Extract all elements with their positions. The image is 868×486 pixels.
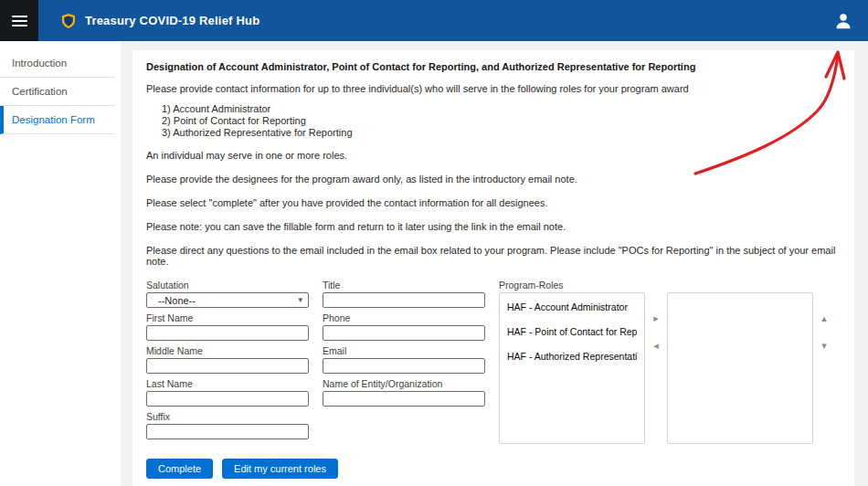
email-label: Email [323, 345, 485, 356]
move-left-icon[interactable]: ◂ [653, 340, 659, 351]
sidebar-item-label: Certification [12, 86, 68, 97]
first-name-field[interactable] [146, 325, 309, 341]
note-text: Please note: you can save the fillable f… [146, 221, 841, 232]
form-actions: Complete Edit my current roles [146, 459, 841, 479]
middle-name-label: Middle Name [146, 345, 309, 356]
form-column-middle: Title Phone Email Name of Entity/Organiz… [323, 280, 485, 444]
move-right-icon[interactable]: ▸ [653, 312, 659, 323]
entity-label: Name of Entity/Organization [323, 378, 485, 389]
form-column-left: Salutation --None-- ▾ First Name Middle … [146, 280, 309, 444]
program-roles-label: Program-Roles [499, 280, 835, 291]
roles-list-item: 2) Point of Contact for Reporting [162, 115, 841, 127]
last-name-field[interactable] [146, 391, 309, 407]
note-text: Please provide the designees for the pro… [146, 174, 841, 185]
move-up-icon[interactable]: ▴ [821, 312, 827, 323]
top-navbar: Treasury COVID-19 Relief Hub [0, 0, 868, 41]
note-text: An individual may serve in one or more r… [146, 150, 841, 161]
contact-form: Salutation --None-- ▾ First Name Middle … [146, 280, 841, 444]
salutation-label: Salutation [146, 280, 309, 291]
sidebar-item-designation-form[interactable]: Designation Form [0, 106, 115, 134]
middle-name-field[interactable] [146, 358, 309, 374]
move-down-icon[interactable]: ▾ [821, 340, 827, 351]
sidebar-item-certification[interactable]: Certification [0, 78, 115, 106]
note-text: Please select "complete" after you have … [146, 197, 841, 208]
selected-roles-listbox[interactable] [667, 292, 813, 444]
move-arrows: ▸ ◂ [645, 292, 667, 351]
first-name-label: First Name [146, 312, 309, 323]
role-option[interactable]: HAF - Point of Contact for Reporting [507, 326, 637, 338]
email-field[interactable] [323, 358, 485, 374]
note-text: Please direct any questions to the email… [146, 245, 841, 267]
menu-icon [12, 16, 27, 17]
app-title: Treasury COVID-19 Relief Hub [85, 14, 259, 27]
sidebar-item-introduction[interactable]: Introduction [0, 49, 115, 78]
suffix-field[interactable] [146, 424, 309, 439]
reorder-arrows: ▴ ▾ [813, 292, 835, 351]
content-card: Designation of Account Administrator, Po… [132, 50, 854, 486]
title-label: Title [323, 280, 485, 291]
page: Treasury COVID-19 Relief Hub Introductio… [0, 0, 868, 486]
hamburger-menu-button[interactable] [0, 0, 38, 41]
roles-list-item: 3) Authorized Representative for Reporti… [162, 127, 841, 139]
user-profile-button[interactable] [833, 11, 853, 31]
salutation-select[interactable]: --None-- ▾ [146, 292, 309, 308]
role-option[interactable]: HAF - Authorized Representative fo... [507, 351, 637, 363]
role-option[interactable]: HAF - Account Administrator [507, 301, 637, 313]
phone-label: Phone [323, 312, 485, 323]
treasury-shield-icon [60, 13, 77, 29]
sidebar-item-label: Designation Form [12, 114, 95, 125]
treasury-logo [60, 13, 77, 29]
complete-button[interactable]: Complete [146, 459, 213, 479]
form-heading: Designation of Account Administrator, Po… [146, 61, 841, 72]
edit-current-roles-button[interactable]: Edit my current roles [222, 459, 338, 479]
entity-field[interactable] [323, 391, 485, 407]
salutation-value: --None-- [158, 295, 196, 306]
program-roles-section: Program-Roles HAF - Account Administrato… [499, 280, 835, 444]
intro-text: Please provide contact information for u… [146, 83, 841, 94]
roles-list-item: 1) Account Administrator [162, 103, 841, 115]
available-roles-listbox[interactable]: HAF - Account Administrator HAF - Point … [499, 292, 645, 444]
title-field[interactable] [323, 292, 485, 308]
suffix-label: Suffix [146, 411, 309, 422]
last-name-label: Last Name [146, 378, 309, 389]
sidebar-item-label: Introduction [12, 58, 67, 69]
user-icon [833, 11, 853, 31]
roles-list: 1) Account Administrator 2) Point of Con… [162, 103, 841, 139]
sidebar-nav: Introduction Certification Designation F… [0, 41, 121, 486]
phone-field[interactable] [323, 325, 485, 341]
chevron-down-icon: ▾ [298, 295, 302, 304]
